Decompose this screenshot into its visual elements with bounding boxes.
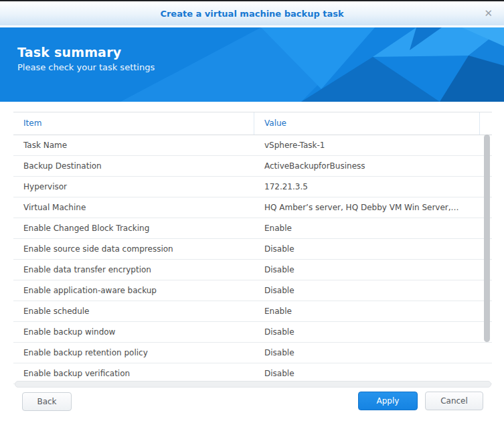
row-value: Disable [254,244,480,254]
back-button[interactable]: Back [22,392,72,411]
dialog-title: Create a virtual machine backup task [160,9,343,19]
row-item-label: Enable backup retention policy [13,348,254,357]
summary-table: Item Value Task NamevSphere-Task-1Backup… [13,112,492,384]
cancel-button[interactable]: Cancel [425,392,483,410]
row-item-label: Enable application-aware backup [13,286,254,295]
table-row[interactable]: Enable source side data compressionDisab… [13,239,492,260]
table-row[interactable]: Enable data transfer encryptionDisable [13,260,492,280]
horizontal-scrollbar[interactable] [15,381,491,388]
table-row[interactable]: Virtual MachineHQ Amber’s server, HQ Deb… [13,197,492,218]
step-subheading: Please check your task settings [17,62,504,72]
banner-text-block: Task summary Please check your task sett… [0,27,504,72]
row-value: Disable [254,369,480,378]
row-value: vSphere-Task-1 [254,141,480,150]
column-header-value: Value [254,112,480,135]
table-row[interactable]: Enable Changed Block TrackingEnable [13,218,492,239]
row-value: ActiveBackupforBusiness [254,161,480,171]
table-row[interactable]: Task NamevSphere-Task-1 [13,135,492,156]
table-row[interactable]: Enable backup retention policyDisable [13,343,492,363]
column-header-item: Item [13,112,254,135]
apply-button[interactable]: Apply [358,392,418,410]
wizard-banner: Task summary Please check your task sett… [0,27,504,102]
dialog-create-vm-backup-task: Create a virtual machine backup task ✕ T… [0,0,504,421]
row-value: Disable [254,327,480,337]
table-row[interactable]: Hypervisor172.21.3.5 [13,177,492,197]
row-value: HQ Amber’s server, HQ Debby VM Win Serve… [254,203,480,212]
row-value: Disable [254,286,480,295]
row-item-label: Enable source side data compression [13,244,254,254]
table-row[interactable]: Backup DestinationActiveBackupforBusines… [13,156,492,177]
row-item-label: Enable schedule [13,307,254,316]
step-heading: Task summary [17,45,504,60]
row-value: Disable [254,265,480,274]
row-value: Disable [254,348,480,357]
row-item-label: Task Name [13,141,254,150]
row-item-label: Enable backup verification [13,369,254,378]
row-item-label: Hypervisor [13,182,254,191]
table-row[interactable]: Enable backup windowDisable [13,322,492,343]
dialog-titlebar: Create a virtual machine backup task ✕ [0,1,504,25]
summary-table-body: Task NamevSphere-Task-1Backup Destinatio… [13,135,492,384]
row-item-label: Enable Changed Block Tracking [13,224,254,233]
row-item-label: Backup Destination [13,161,254,171]
table-row[interactable]: Enable scheduleEnable [13,301,492,322]
row-value: 172.21.3.5 [254,182,480,191]
close-icon[interactable]: ✕ [484,9,493,19]
row-value: Enable [254,307,480,316]
row-value: Enable [254,224,480,233]
row-item-label: Enable data transfer encryption [13,265,254,274]
summary-table-header: Item Value [13,112,492,135]
row-item-label: Enable backup window [13,327,254,337]
row-item-label: Virtual Machine [13,203,254,212]
table-row[interactable]: Enable application-aware backupDisable [13,280,492,301]
vertical-scrollbar[interactable] [484,135,490,342]
